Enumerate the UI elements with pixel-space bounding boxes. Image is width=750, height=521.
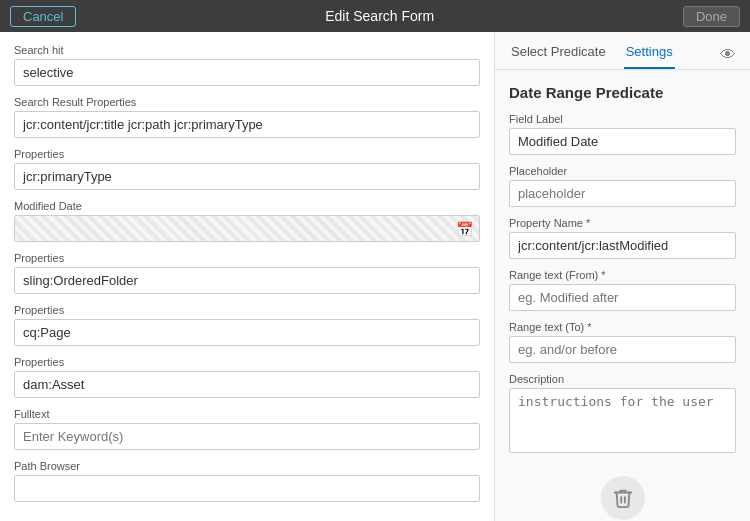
delete-btn-area	[509, 466, 736, 521]
field-group-path-browser: Path Browser	[14, 460, 480, 502]
input-field-label[interactable]	[509, 128, 736, 155]
form-field-placeholder: Placeholder	[509, 165, 736, 207]
input-properties-1[interactable]	[14, 163, 480, 190]
delete-button[interactable]	[601, 476, 645, 520]
settings-content: Date Range Predicate Field LabelPlacehol…	[495, 70, 750, 521]
field-group-fulltext: Fulltext	[14, 408, 480, 450]
input-property-name[interactable]	[509, 232, 736, 259]
eye-icon[interactable]: 👁	[720, 46, 736, 64]
input-properties-2[interactable]	[14, 267, 480, 294]
tabs-bar: Select Predicate Settings 👁	[495, 32, 750, 70]
field-group-properties-3: Properties	[14, 304, 480, 346]
form-field-description: Description	[509, 373, 736, 456]
field-label-properties-3: Properties	[14, 304, 480, 316]
input-properties-3[interactable]	[14, 319, 480, 346]
field-label-modified-date: Modified Date	[14, 200, 480, 212]
field-label-search-hit: Search hit	[14, 44, 480, 56]
form-field-property-name: Property Name *	[509, 217, 736, 259]
input-range-from[interactable]	[509, 284, 736, 311]
field-group-properties-4: Properties	[14, 356, 480, 398]
form-label-property-name: Property Name *	[509, 217, 736, 229]
input-fulltext[interactable]	[14, 423, 480, 450]
input-search-hit[interactable]	[14, 59, 480, 86]
field-group-properties-1: Properties	[14, 148, 480, 190]
field-label-path-browser: Path Browser	[14, 460, 480, 472]
form-label-range-from: Range text (From) *	[509, 269, 736, 281]
tab-select-predicate[interactable]: Select Predicate	[509, 40, 608, 69]
field-group-search-result-props: Search Result Properties	[14, 96, 480, 138]
field-label-properties-1: Properties	[14, 148, 480, 160]
form-label-field-label: Field Label	[509, 113, 736, 125]
input-search-result-props[interactable]	[14, 111, 480, 138]
form-field-range-to: Range text (To) *	[509, 321, 736, 363]
form-field-field-label: Field Label	[509, 113, 736, 155]
field-group-modified-date: Modified Date📅	[14, 200, 480, 242]
main-container: Search hitSearch Result PropertiesProper…	[0, 32, 750, 521]
input-range-to[interactable]	[509, 336, 736, 363]
input-path-browser[interactable]	[14, 475, 480, 502]
form-label-description: Description	[509, 373, 736, 385]
tabs-left: Select Predicate Settings	[509, 40, 675, 69]
field-group-properties-2: Properties	[14, 252, 480, 294]
header: Cancel Edit Search Form Done	[0, 0, 750, 32]
date-input[interactable]	[15, 216, 447, 241]
field-label-properties-4: Properties	[14, 356, 480, 368]
right-panel: Select Predicate Settings 👁 Date Range P…	[495, 32, 750, 521]
cancel-button[interactable]: Cancel	[10, 6, 76, 27]
input-placeholder[interactable]	[509, 180, 736, 207]
calendar-icon[interactable]: 📅	[456, 221, 473, 237]
section-title: Date Range Predicate	[509, 84, 736, 101]
tab-settings[interactable]: Settings	[624, 40, 675, 69]
form-label-range-to: Range text (To) *	[509, 321, 736, 333]
field-label-search-result-props: Search Result Properties	[14, 96, 480, 108]
field-label-fulltext: Fulltext	[14, 408, 480, 420]
field-group-search-hit: Search hit	[14, 44, 480, 86]
textarea-description[interactable]	[509, 388, 736, 453]
form-field-range-from: Range text (From) *	[509, 269, 736, 311]
form-label-placeholder: Placeholder	[509, 165, 736, 177]
date-field-wrapper: 📅	[14, 215, 480, 242]
field-label-properties-2: Properties	[14, 252, 480, 264]
done-button[interactable]: Done	[683, 6, 740, 27]
input-properties-4[interactable]	[14, 371, 480, 398]
page-title: Edit Search Form	[325, 8, 434, 24]
left-panel: Search hitSearch Result PropertiesProper…	[0, 32, 495, 521]
